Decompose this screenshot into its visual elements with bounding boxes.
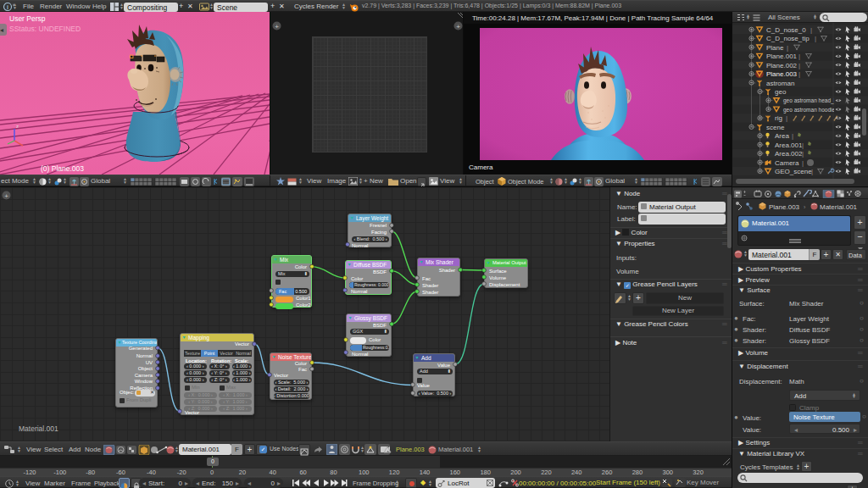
svg-text:|: | (792, 132, 793, 140)
svg-text:0: 0 (210, 469, 214, 476)
svg-text:+: + (4, 192, 8, 200)
svg-text:|: | (802, 159, 804, 167)
svg-text:260: 260 (602, 469, 613, 476)
svg-text:-20: -20 (177, 469, 186, 476)
svg-text:-80: -80 (86, 469, 95, 476)
svg-text:rig: rig (775, 114, 782, 122)
svg-text:astroman: astroman (766, 80, 794, 87)
svg-text:C_D_nose_0: C_D_nose_0 (766, 26, 806, 34)
svg-text:|: | (798, 53, 800, 60)
svg-text:+: + (456, 23, 460, 30)
svg-text:Plane.003: Plane.003 (766, 70, 798, 78)
svg-text:Plane.003: Plane.003 (769, 203, 800, 211)
svg-text:Plane.001: Plane.001 (766, 53, 798, 60)
svg-text:-100: -100 (53, 469, 66, 476)
svg-text:|: | (811, 168, 813, 175)
svg-text:60: 60 (299, 469, 306, 476)
svg-text:›: › (804, 204, 806, 210)
svg-text:Plane: Plane (766, 44, 784, 52)
svg-text:◂: ◂ (0, 26, 3, 34)
svg-text:SStatus: UNDEFINED: SStatus: UNDEFINED (9, 25, 81, 33)
svg-text:User Persp: User Persp (9, 14, 46, 23)
svg-text:+: + (275, 23, 279, 30)
svg-text:|: | (810, 26, 812, 34)
svg-text:220: 220 (541, 469, 552, 476)
svg-text:|: | (802, 141, 804, 149)
svg-text:Area.002: Area.002 (775, 150, 803, 158)
svg-text:80: 80 (330, 469, 337, 476)
svg-text:|: | (798, 62, 800, 69)
svg-text:160: 160 (450, 469, 461, 476)
svg-text:i: i (7, 4, 8, 10)
svg-text:Area: Area (775, 132, 789, 140)
svg-text:geo: geo (775, 88, 787, 96)
svg-text:(0) Plane.003: (0) Plane.003 (41, 164, 84, 173)
svg-text:120: 120 (389, 469, 400, 476)
svg-text:C_D_nose_tip: C_D_nose_tip (766, 35, 810, 42)
svg-text:Camera: Camera (775, 159, 799, 167)
svg-text:GEO_scene: GEO_scene (775, 168, 812, 175)
svg-text:240: 240 (571, 469, 582, 476)
svg-text:|: | (787, 44, 788, 52)
svg-text:40: 40 (270, 469, 276, 476)
svg-text:|: | (798, 70, 800, 78)
svg-text:-60: -60 (116, 469, 125, 476)
svg-text:Material.001: Material.001 (820, 203, 858, 211)
svg-text:-120: -120 (23, 469, 36, 476)
svg-text:20: 20 (239, 469, 246, 476)
svg-text:280: 280 (632, 469, 643, 476)
svg-text:|: | (815, 35, 816, 42)
svg-text:geo astroman hoodie_ge: geo astroman hoodie_ge (783, 107, 844, 114)
svg-text:140: 140 (420, 469, 431, 476)
svg-text:Plane.002: Plane.002 (766, 62, 798, 69)
svg-text:|: | (802, 150, 804, 158)
svg-text:100: 100 (359, 469, 370, 476)
svg-text:scene: scene (766, 124, 785, 131)
svg-text:|: | (786, 114, 787, 122)
svg-text:300: 300 (663, 469, 674, 476)
svg-text:200: 200 (510, 469, 521, 476)
svg-text:Area.001: Area.001 (775, 141, 803, 149)
svg-text:z: z (16, 124, 19, 129)
svg-text:-40: -40 (147, 469, 156, 476)
svg-text:180: 180 (480, 469, 491, 476)
svg-text:320: 320 (693, 469, 704, 476)
